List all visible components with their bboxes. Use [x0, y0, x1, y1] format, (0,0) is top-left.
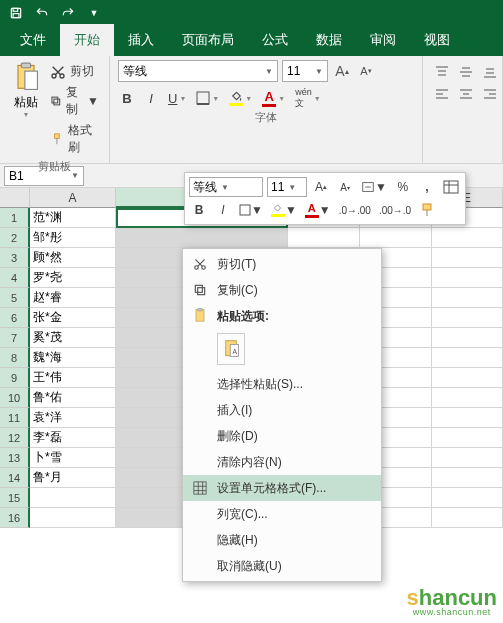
align-middle-icon[interactable] [455, 62, 477, 82]
cell[interactable]: 魏*海 [30, 348, 116, 368]
cell[interactable] [432, 408, 503, 428]
mini-fill-color-icon[interactable]: ▼ [269, 200, 299, 220]
row-header[interactable]: 6 [0, 308, 30, 328]
font-color-button[interactable]: A▼ [260, 88, 287, 108]
mini-decrease-font-icon[interactable]: A▾ [335, 177, 355, 197]
mini-comma-button[interactable]: , [417, 177, 437, 197]
mini-italic-button[interactable]: I [213, 200, 233, 220]
tab-插入[interactable]: 插入 [114, 24, 168, 56]
cell[interactable]: 奚*茂 [30, 328, 116, 348]
row-header[interactable]: 14 [0, 468, 30, 488]
border-button[interactable]: ▼ [194, 88, 221, 108]
align-bottom-icon[interactable] [479, 62, 501, 82]
row-header[interactable]: 13 [0, 448, 30, 468]
mini-increase-decimal-icon[interactable]: .00→.0 [377, 200, 413, 220]
copy-button[interactable]: 复制▼ [48, 83, 101, 119]
cell[interactable] [30, 508, 116, 528]
cell[interactable]: 鲁*月 [30, 468, 116, 488]
ctx-unhide[interactable]: 取消隐藏(U) [183, 553, 381, 579]
tab-页面布局[interactable]: 页面布局 [168, 24, 248, 56]
cell[interactable]: 张*金 [30, 308, 116, 328]
align-right-icon[interactable] [479, 84, 501, 104]
cell[interactable] [432, 448, 503, 468]
ctx-hide[interactable]: 隐藏(H) [183, 527, 381, 553]
row-header[interactable]: 3 [0, 248, 30, 268]
font-name-select[interactable]: 等线▼ [118, 60, 278, 82]
cell[interactable] [432, 308, 503, 328]
column-header[interactable]: A [30, 188, 116, 208]
underline-button[interactable]: U▼ [166, 88, 188, 108]
cell[interactable] [432, 288, 503, 308]
qat-customize-icon[interactable]: ▼ [84, 3, 104, 23]
row-header[interactable]: 12 [0, 428, 30, 448]
format-painter-button[interactable]: 格式刷 [48, 121, 101, 157]
tab-视图[interactable]: 视图 [410, 24, 464, 56]
ctx-paste-special[interactable]: 选择性粘贴(S)... [183, 371, 381, 397]
cell[interactable]: 李*磊 [30, 428, 116, 448]
mini-cell-format-icon[interactable] [441, 177, 461, 197]
row-header[interactable]: 11 [0, 408, 30, 428]
undo-icon[interactable] [32, 3, 52, 23]
cell[interactable] [432, 328, 503, 348]
mini-increase-font-icon[interactable]: A▴ [311, 177, 331, 197]
cell[interactable] [360, 228, 432, 248]
mini-percent-button[interactable]: % [393, 177, 413, 197]
cell[interactable]: 赵*睿 [30, 288, 116, 308]
cell[interactable] [432, 348, 503, 368]
mini-bold-button[interactable]: B [189, 200, 209, 220]
redo-icon[interactable] [58, 3, 78, 23]
paste-button[interactable]: 粘贴 ▼ [8, 60, 44, 157]
tab-公式[interactable]: 公式 [248, 24, 302, 56]
cell[interactable] [432, 468, 503, 488]
cell[interactable] [432, 248, 503, 268]
align-center-icon[interactable] [455, 84, 477, 104]
row-header[interactable]: 4 [0, 268, 30, 288]
row-header[interactable]: 16 [0, 508, 30, 528]
cut-button[interactable]: 剪切 [48, 62, 101, 81]
fill-color-button[interactable]: ▼ [227, 88, 254, 108]
row-header[interactable]: 5 [0, 288, 30, 308]
ctx-copy[interactable]: 复制(C) [183, 277, 381, 303]
select-all-corner[interactable] [0, 188, 30, 208]
cell[interactable] [30, 488, 116, 508]
cell[interactable] [432, 368, 503, 388]
mini-font-name[interactable]: 等线▼ [189, 177, 263, 197]
align-left-icon[interactable] [431, 84, 453, 104]
cell[interactable]: 卜*雪 [30, 448, 116, 468]
ctx-format-cells[interactable]: 设置单元格格式(F)... [183, 475, 381, 501]
row-header[interactable]: 10 [0, 388, 30, 408]
row-header[interactable]: 2 [0, 228, 30, 248]
cell[interactable]: 范*渊 [30, 208, 116, 228]
tab-数据[interactable]: 数据 [302, 24, 356, 56]
mini-decrease-decimal-icon[interactable]: .0→.00 [337, 200, 373, 220]
ctx-clear[interactable]: 清除内容(N) [183, 449, 381, 475]
cell[interactable] [432, 488, 503, 508]
align-top-icon[interactable] [431, 62, 453, 82]
mini-font-size[interactable]: 11▼ [267, 177, 307, 197]
cell[interactable]: 邹*彤 [30, 228, 116, 248]
row-header[interactable]: 7 [0, 328, 30, 348]
font-size-select[interactable]: 11▼ [282, 60, 328, 82]
cell[interactable] [288, 228, 360, 248]
mini-font-color-icon[interactable]: A▼ [303, 200, 333, 220]
mini-format-painter-icon[interactable] [417, 200, 437, 220]
mini-accounting-icon[interactable]: ▼ [359, 177, 389, 197]
cell[interactable] [116, 228, 288, 248]
row-header[interactable]: 9 [0, 368, 30, 388]
phonetic-button[interactable]: wén文▼ [293, 88, 322, 108]
row-header[interactable]: 8 [0, 348, 30, 368]
row-header[interactable]: 1 [0, 208, 30, 228]
cell[interactable] [432, 268, 503, 288]
row-header[interactable]: 15 [0, 488, 30, 508]
cell[interactable]: 鲁*佑 [30, 388, 116, 408]
bold-button[interactable]: B [118, 88, 136, 108]
ctx-cut[interactable]: 剪切(T) [183, 251, 381, 277]
increase-font-icon[interactable]: A▴ [332, 61, 352, 81]
cell[interactable]: 袁*洋 [30, 408, 116, 428]
cell[interactable] [432, 388, 503, 408]
cell[interactable] [432, 428, 503, 448]
paste-option-values[interactable]: A [217, 333, 245, 365]
decrease-font-icon[interactable]: A▾ [356, 61, 376, 81]
cell[interactable] [432, 508, 503, 528]
ctx-column-width[interactable]: 列宽(C)... [183, 501, 381, 527]
